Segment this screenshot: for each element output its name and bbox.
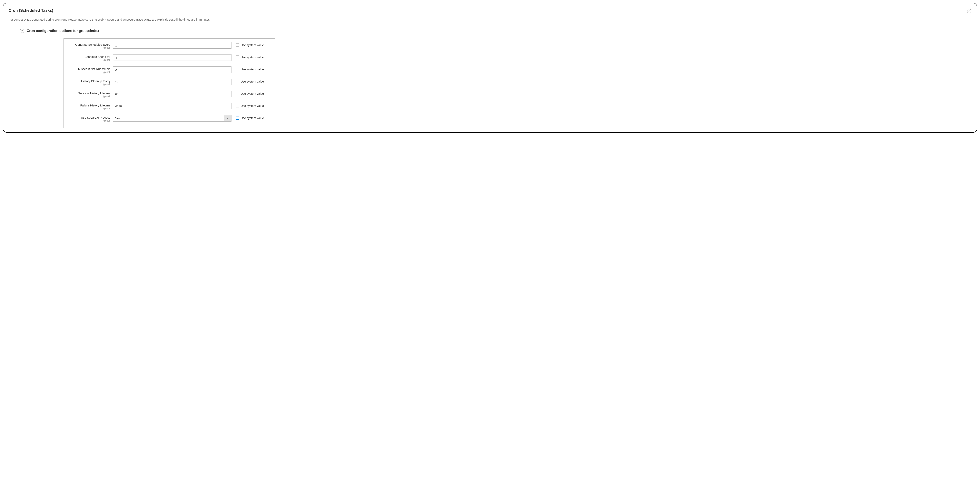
field-row-failure-history-lifetime: Failure History Lifetime [global] Use sy… [68,103,270,110]
use-system-wrap: Use system value [231,79,270,83]
use-system-wrap: Use system value [231,115,270,119]
group-title: Cron configuration options for group:ind… [27,29,99,33]
use-system-wrap: Use system value [231,42,270,47]
cron-panel: Cron (Scheduled Tasks) For correct URLs … [3,3,977,133]
field-label: Schedule Ahead for [global] [68,54,113,61]
field-label: Use Separate Process [global] [68,115,113,122]
failure-history-lifetime-input[interactable] [113,103,231,110]
field-label-text: Schedule Ahead for [85,55,110,59]
use-system-checkbox[interactable] [236,68,239,71]
chevron-up-icon [968,10,970,13]
field-label-text: Missed if Not Run Within [78,67,110,71]
field-scope: [global] [68,59,110,61]
field-row-success-history-lifetime: Success History Lifetime [global] Use sy… [68,91,270,98]
generate-schedules-every-input[interactable] [113,42,231,49]
use-system-label[interactable]: Use system value [241,56,264,59]
field-row-use-separate-process: Use Separate Process [global] Yes Use sy… [68,115,270,122]
field-row-history-cleanup-every: History Cleanup Every [global] Use syste… [68,79,270,86]
schedule-ahead-for-input[interactable] [113,54,231,61]
field-label-text: Failure History Lifetime [80,104,110,107]
use-system-checkbox[interactable] [236,116,239,119]
group-collapse-button[interactable] [20,29,24,33]
field-scope: [global] [68,95,110,98]
chevron-up-icon [21,30,23,32]
field-input-wrap: Yes [113,115,231,122]
use-separate-process-select[interactable]: Yes [113,115,231,122]
field-input-wrap [113,79,231,85]
field-input-wrap [113,91,231,97]
use-system-checkbox[interactable] [236,43,239,47]
success-history-lifetime-input[interactable] [113,91,231,97]
field-label: Generate Schedules Every [global] [68,42,113,49]
field-label: Missed if Not Run Within [global] [68,67,113,73]
field-scope: [global] [68,107,110,110]
use-system-checkbox[interactable] [236,56,239,59]
use-system-wrap: Use system value [231,91,270,95]
panel-title: Cron (Scheduled Tasks) [9,8,971,13]
group-header: Cron configuration options for group:ind… [20,29,971,33]
use-system-label[interactable]: Use system value [241,104,264,107]
field-input-wrap [113,42,231,49]
field-row-generate-schedules-every: Generate Schedules Every [global] Use sy… [68,42,270,49]
field-label: Success History Lifetime [global] [68,91,113,98]
field-label-text: Generate Schedules Every [75,43,110,46]
field-scope: [global] [68,71,110,73]
use-system-label[interactable]: Use system value [241,68,264,71]
use-system-wrap: Use system value [231,67,270,71]
use-system-label[interactable]: Use system value [241,43,264,47]
use-system-checkbox[interactable] [236,92,239,95]
use-system-checkbox[interactable] [236,80,239,83]
field-input-wrap [113,67,231,73]
caret-down-icon [227,118,229,119]
field-row-missed-if-not-run-within: Missed if Not Run Within [global] Use sy… [68,67,270,73]
missed-if-not-run-within-input[interactable] [113,67,231,73]
field-scope: [global] [68,83,110,86]
panel-collapse-button[interactable] [967,9,971,13]
select-value: Yes [113,115,224,121]
use-system-label[interactable]: Use system value [241,92,264,95]
field-input-wrap [113,103,231,110]
use-system-label[interactable]: Use system value [241,80,264,83]
history-cleanup-every-input[interactable] [113,79,231,85]
field-label-text: Use Separate Process [81,116,110,119]
field-label: Failure History Lifetime [global] [68,103,113,110]
select-dropdown-button[interactable] [224,115,231,121]
fieldset: Generate Schedules Every [global] Use sy… [64,38,275,128]
field-label-text: Success History Lifetime [78,92,110,95]
use-system-checkbox[interactable] [236,104,239,107]
use-system-wrap: Use system value [231,54,270,59]
field-label-text: History Cleanup Every [81,80,110,83]
field-scope: [global] [68,119,110,122]
field-scope: [global] [68,46,110,49]
use-system-label[interactable]: Use system value [241,116,264,119]
field-input-wrap [113,54,231,61]
panel-notice: For correct URLs generated during cron r… [9,18,971,21]
field-label: History Cleanup Every [global] [68,79,113,86]
field-row-schedule-ahead-for: Schedule Ahead for [global] Use system v… [68,54,270,61]
use-system-wrap: Use system value [231,103,270,107]
